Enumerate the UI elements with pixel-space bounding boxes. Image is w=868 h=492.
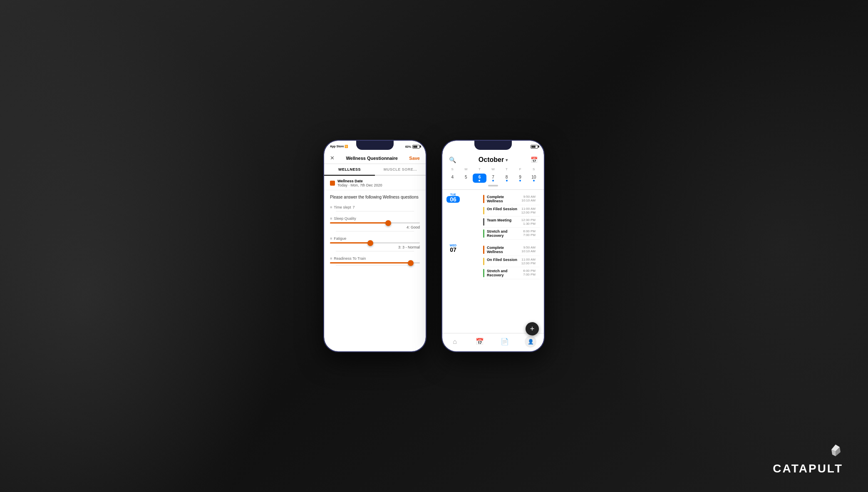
event-bar-3 [483, 218, 484, 226]
event-time-2: 11:00 AM 12:00 PM [521, 207, 536, 214]
event-time-3: 12:30 PM 1:30 PM [521, 218, 536, 226]
save-button[interactable]: Save [409, 156, 420, 161]
day-5[interactable]: 5 [459, 174, 473, 183]
fatigue-thumb[interactable] [367, 240, 373, 246]
event-bar-4 [483, 229, 484, 238]
event-wed-1[interactable]: Complete Wellness 9:50 AM 10:10 AM [483, 244, 540, 256]
event-title-3: Team Meeting [487, 218, 519, 222]
date-group-wed: WED 07 Complete Wellness 9:50 AM 10:10 A… [442, 242, 544, 281]
calendar-day-row: 4 5 6 7 8 9 [442, 174, 544, 183]
day-num-06: 06 [446, 196, 460, 203]
phones-container: App Store 🛜 11:41 63% ✕ Wellness Questio… [323, 140, 545, 352]
nav-profile[interactable]: 👤 [525, 336, 536, 348]
day-9[interactable]: 9 [513, 174, 527, 183]
day-8-dot [506, 180, 508, 181]
brand-name: CATAPULT [773, 462, 843, 475]
event-bar-1 [483, 195, 484, 203]
status-left: App Store 🛜 [330, 145, 348, 148]
readiness-track[interactable] [330, 262, 420, 263]
phone-notch-2 [474, 141, 512, 150]
divider-4 [336, 265, 414, 266]
search-icon[interactable]: 🔍 [448, 156, 456, 164]
event-title-w3: Stretch and Recovery [487, 269, 521, 277]
phone-wellness: App Store 🛜 11:41 63% ✕ Wellness Questio… [323, 140, 427, 352]
day-6-dot [479, 180, 480, 181]
fatigue-icon: ≡ [330, 236, 332, 241]
month-title[interactable]: October ▾ [479, 156, 508, 164]
day-headers: S M T W T F S [442, 166, 544, 172]
sleep-quality-value: 4: Good [330, 225, 420, 229]
divider-2 [336, 231, 414, 231]
time-slept-value: 7 [352, 205, 355, 209]
day-7[interactable]: 7 [486, 174, 500, 183]
phone-screen-calendar: 11:41 🔍 October ▾ 📅 S M T W T [442, 141, 544, 351]
day-header-t2: T [500, 166, 513, 172]
question-fatigue: ≡ Fatigue 3: 3 - Normal [324, 234, 426, 254]
time-slept-icon: ≡ [330, 205, 332, 209]
battery-icon-2 [531, 145, 538, 149]
time-slept-label: Time slept [334, 205, 351, 209]
event-title-w1: Complete Wellness [487, 246, 519, 254]
events-wed: Complete Wellness 9:50 AM 10:10 AM On Fi… [462, 244, 540, 279]
event-content-1: Complete Wellness [487, 195, 519, 203]
event-title-2: On Filed Session [487, 207, 519, 211]
date-group-tue: TUE 06 Complete Wellness 9:50 AM 10:10 A… [442, 191, 544, 241]
fatigue-track[interactable] [330, 242, 420, 244]
event-content-w2: On Filed Session [487, 258, 519, 265]
readiness-label: Readiness To Train [334, 256, 366, 261]
readiness-thumb[interactable] [408, 260, 414, 266]
tabs-bar: WELLNESS MUSCLE SORE... [324, 164, 426, 176]
tab-muscle-soreness[interactable]: MUSCLE SORE... [375, 164, 426, 175]
day-header-t1: T [473, 166, 486, 172]
event-tue-1[interactable]: Complete Wellness 9:50 AM 10:10 AM [483, 193, 540, 205]
close-button[interactable]: ✕ [330, 155, 335, 161]
day-4[interactable]: 4 [446, 174, 459, 183]
wellness-prompt: Please answer the following Wellness que… [324, 190, 426, 203]
sleep-quality-thumb[interactable] [385, 220, 391, 226]
tab-wellness[interactable]: WELLNESS [324, 164, 375, 176]
date-badge-wed: WED 07 [446, 244, 460, 253]
nav-calendar[interactable]: 📅 [475, 337, 485, 347]
calendar-divider [442, 189, 544, 190]
fab-add-button[interactable]: + [526, 322, 539, 335]
event-tue-4[interactable]: Stretch and Recovery 6:00 PM 7:00 PM [483, 228, 540, 240]
event-tue-2[interactable]: On Filed Session 11:00 AM 12:00 PM [483, 205, 540, 216]
calendar-header: 🔍 October ▾ 📅 [442, 152, 544, 166]
fatigue-fill [330, 242, 370, 244]
phone-calendar: 11:41 🔍 October ▾ 📅 S M T W T [441, 140, 545, 352]
event-wed-2[interactable]: On Filed Session 11:00 AM 12:00 PM [483, 256, 540, 267]
day-10-dot [533, 180, 535, 181]
day-10[interactable]: 10 [527, 174, 541, 183]
date-badge-tue: TUE 06 [446, 193, 460, 203]
expand-handle[interactable] [442, 184, 544, 188]
fatigue-label: Fatigue [334, 236, 346, 241]
event-time-1: 9:50 AM 10:10 AM [521, 195, 536, 203]
event-content-3: Team Meeting [487, 218, 519, 226]
day-header-s1: S [446, 166, 459, 172]
day-8[interactable]: 8 [500, 174, 513, 183]
day-label-tue: TUE [446, 193, 460, 196]
nav-home[interactable]: ⌂ [450, 337, 460, 347]
wellness-date-label: Wellness Date [337, 179, 382, 183]
wellness-date-value[interactable]: Today · Mon, 7th Dec 2020 [337, 183, 382, 187]
event-wed-3[interactable]: Stretch and Recovery 6:00 PM 7:00 PM [483, 267, 540, 279]
sleep-quality-track[interactable] [330, 222, 420, 224]
day-header-w: W [486, 166, 500, 172]
readiness-fill [330, 262, 411, 263]
month-name: October [479, 156, 504, 164]
nav-files[interactable]: 📄 [500, 337, 510, 347]
event-bar-w1 [483, 246, 484, 254]
event-bar-w3 [483, 269, 484, 277]
question-sleep-quality: ≡ Sleep Quality 4: Good [324, 214, 426, 234]
catapult-logo-icon [828, 444, 843, 459]
wellness-date-row: Wellness Date Today · Mon, 7th Dec 2020 [324, 176, 426, 190]
event-tue-3[interactable]: Team Meeting 12:30 PM 1:30 PM [483, 216, 540, 228]
event-title-1: Complete Wellness [487, 195, 519, 203]
fatigue-value: 3: 3 - Normal [330, 245, 420, 249]
day-6[interactable]: 6 [473, 174, 486, 183]
calendar-icon[interactable]: 📅 [530, 156, 538, 164]
question-readiness: ≡ Readiness To Train [324, 254, 426, 268]
bottom-nav: ⌂ 📅 📄 👤 [442, 333, 544, 351]
event-bar-w2 [483, 258, 484, 265]
day-num-07: 07 [446, 247, 460, 253]
